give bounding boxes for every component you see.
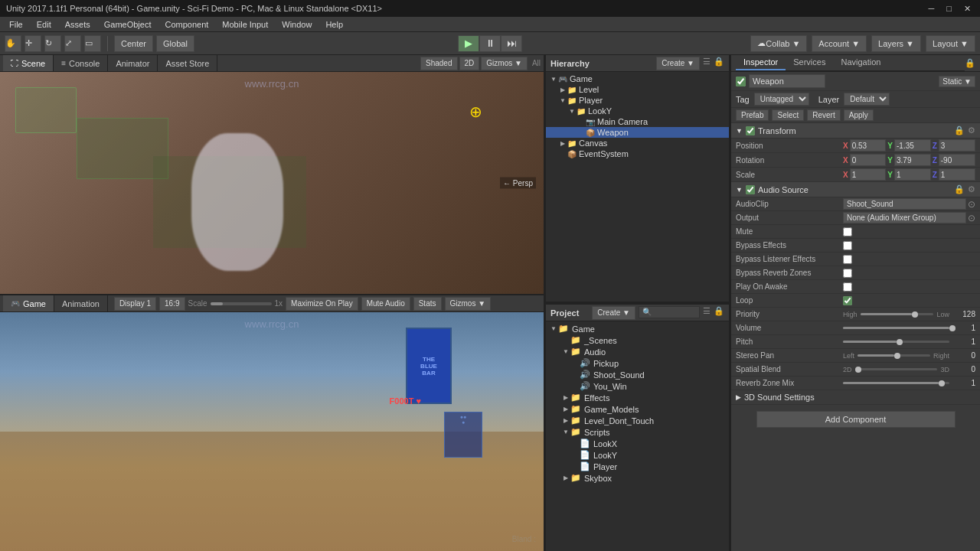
proj-scenes[interactable]: 📁 _Scenes xyxy=(546,334,729,346)
tab-navigation[interactable]: Navigation xyxy=(833,55,888,70)
static-btn[interactable]: Static ▼ xyxy=(939,76,975,87)
proj-game[interactable]: ▼ 📁 Game xyxy=(546,323,729,334)
reverb-track[interactable] xyxy=(843,382,949,384)
scene-view[interactable]: ⊕ ← Persp www.rrcg.cn xyxy=(0,72,544,294)
h-level[interactable]: ▶ 📁 Level xyxy=(546,84,729,95)
menu-gameobject[interactable]: GameObject xyxy=(98,18,158,31)
revert-btn[interactable]: Revert xyxy=(807,109,840,121)
tab-inspector[interactable]: Inspector xyxy=(736,55,786,70)
volume-track[interactable] xyxy=(843,327,949,329)
minimize-btn[interactable]: ─ xyxy=(926,4,938,14)
maximize-play-btn[interactable]: Maximize On Play xyxy=(286,297,358,311)
pos-z-input[interactable] xyxy=(939,139,975,152)
h-player[interactable]: ▼ 📁 Player xyxy=(546,95,729,106)
tab-animation[interactable]: Animation xyxy=(54,295,108,311)
layer-select[interactable]: Default xyxy=(844,93,890,106)
h-eventsystem[interactable]: 📦 EventSystem xyxy=(546,148,729,159)
select-btn[interactable]: Select xyxy=(772,109,804,121)
proj-pickup[interactable]: 🔊 Pickup xyxy=(546,357,729,369)
transform-menu-icon[interactable]: ⚙ xyxy=(968,126,975,135)
loop-cb[interactable] xyxy=(843,296,852,305)
tab-console[interactable]: ≡ Console xyxy=(54,55,108,71)
menu-edit[interactable]: Edit xyxy=(31,18,57,31)
menu-file[interactable]: File xyxy=(3,18,29,31)
proj-skybox[interactable]: ▶ 📁 Skybox xyxy=(546,472,729,484)
account-btn[interactable]: Account ▼ xyxy=(812,35,867,52)
apply-btn[interactable]: Apply xyxy=(844,109,874,121)
project-create-btn[interactable]: Create ▼ xyxy=(592,306,635,320)
rot-x-input[interactable] xyxy=(850,154,887,166)
pos-y-input[interactable] xyxy=(894,139,931,152)
rot-y-input[interactable] xyxy=(894,154,931,166)
global-button[interactable]: Global xyxy=(156,35,194,52)
hierarchy-create-btn[interactable]: Create ▼ xyxy=(656,57,700,70)
pitch-track[interactable] xyxy=(843,341,949,343)
proj-player-script[interactable]: 📄 Player xyxy=(546,461,729,472)
audio-lock-icon[interactable]: 🔒 xyxy=(954,184,965,194)
game-gizmos-btn[interactable]: Gizmos ▼ xyxy=(445,297,492,311)
scale-slider[interactable] xyxy=(211,302,272,305)
close-btn[interactable]: ✕ xyxy=(961,4,974,14)
transform-enabled-cb[interactable] xyxy=(746,126,755,135)
bypass-effects-cb[interactable] xyxy=(843,241,852,250)
h-looky[interactable]: ▼ 📁 LookY xyxy=(546,106,729,116)
spatial-track[interactable] xyxy=(855,368,938,370)
h-game[interactable]: ▼ 🎮 Game xyxy=(546,73,729,84)
2d-btn[interactable]: 2D xyxy=(459,57,480,70)
audio-source-header[interactable]: ▼ Audio Source 🔒 ⚙ xyxy=(731,182,980,197)
proj-audio[interactable]: ▼ 📁 Audio xyxy=(546,346,729,357)
stats-btn[interactable]: Stats xyxy=(413,297,442,311)
project-search[interactable] xyxy=(639,306,700,318)
menu-component[interactable]: Component xyxy=(158,18,214,31)
tag-select[interactable]: Untagged xyxy=(754,93,809,106)
bypass-listener-cb[interactable] xyxy=(843,255,852,264)
maximize-btn[interactable]: □ xyxy=(943,4,955,14)
shaded-btn[interactable]: Shaded xyxy=(420,57,457,70)
proj-game-models[interactable]: ▶ 📁 Game_Models xyxy=(546,403,729,415)
add-component-btn[interactable]: Add Component xyxy=(756,411,956,428)
tool-hand[interactable]: ✋ xyxy=(5,35,21,52)
mute-cb[interactable] xyxy=(843,227,852,236)
pause-button[interactable]: ⏸ xyxy=(479,35,501,52)
scl-y-input[interactable] xyxy=(894,168,931,181)
tab-game[interactable]: 🎮 Game xyxy=(3,295,54,311)
inspector-lock-icon[interactable]: 🔒 xyxy=(965,58,975,68)
obj-active-checkbox[interactable] xyxy=(736,77,746,86)
ratio-btn[interactable]: 16:9 xyxy=(159,297,185,311)
proj-effects[interactable]: ▶ 📁 Effects xyxy=(546,392,729,403)
transform-lock-icon[interactable]: 🔒 xyxy=(954,126,965,135)
play-awake-cb[interactable] xyxy=(843,282,852,292)
audioclip-value[interactable]: Shoot_Sound xyxy=(843,198,966,210)
proj-looky-script[interactable]: 📄 LookY xyxy=(546,449,729,461)
transform-header[interactable]: ▼ Transform 🔒 ⚙ xyxy=(731,123,980,139)
display-btn[interactable]: Display 1 xyxy=(114,297,156,311)
pivot-button[interactable]: Center xyxy=(114,35,153,52)
proj-shoot-sound[interactable]: 🔊 Shoot_Sound xyxy=(546,369,729,380)
scl-z-input[interactable] xyxy=(939,168,975,181)
tool-rotate[interactable]: ↻ xyxy=(44,35,61,52)
bypass-reverb-cb[interactable] xyxy=(843,269,852,278)
tool-scale[interactable]: ⤢ xyxy=(64,35,81,52)
audioclip-pick-icon[interactable]: ⊙ xyxy=(968,199,975,210)
audio-menu-icon[interactable]: ⚙ xyxy=(968,184,975,194)
h-main-camera[interactable]: 📷 Main Camera xyxy=(546,116,729,127)
step-button[interactable]: ⏭ xyxy=(501,35,522,52)
tab-animator[interactable]: Animator xyxy=(108,55,158,71)
mute-audio-btn[interactable]: Mute Audio xyxy=(361,297,410,311)
proj-you-win[interactable]: 🔊 You_Win xyxy=(546,380,729,392)
menu-window[interactable]: Window xyxy=(276,18,318,31)
pos-x-input[interactable] xyxy=(850,139,887,152)
proj-lookx[interactable]: 📄 LookX xyxy=(546,438,729,449)
tab-scene[interactable]: ⛶ Scene xyxy=(3,55,54,71)
menu-assets[interactable]: Assets xyxy=(59,18,96,31)
project-menu-icon[interactable]: ☰ xyxy=(703,306,710,320)
layers-btn[interactable]: Layers ▼ xyxy=(871,35,921,52)
play-button[interactable]: ▶ xyxy=(458,35,479,52)
gizmos-btn[interactable]: Gizmos ▼ xyxy=(481,57,528,70)
tab-asset-store[interactable]: Asset Store xyxy=(158,55,217,71)
proj-level-dont-touch[interactable]: ▶ 📁 Level_Dont_Touch xyxy=(546,415,729,426)
output-pick-icon[interactable]: ⊙ xyxy=(968,213,975,223)
h-weapon[interactable]: 📦 Weapon xyxy=(546,127,729,138)
layout-btn[interactable]: Layout ▼ xyxy=(926,35,975,52)
h-canvas[interactable]: ▶ 📁 Canvas xyxy=(546,138,729,148)
